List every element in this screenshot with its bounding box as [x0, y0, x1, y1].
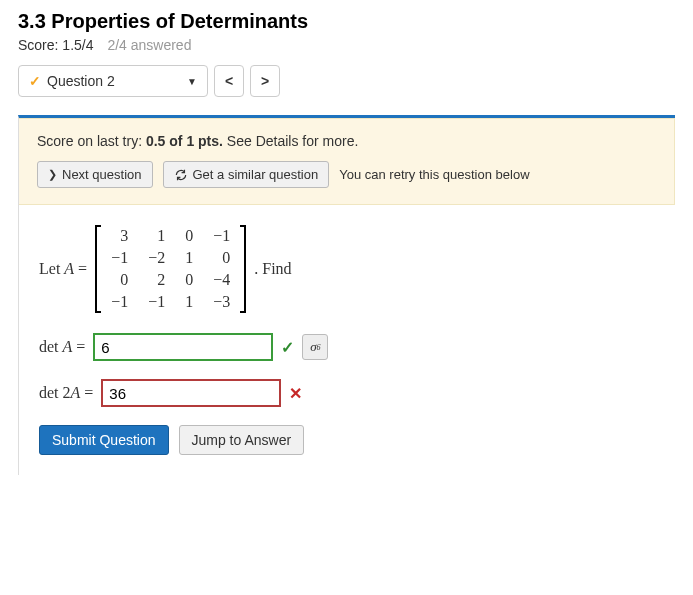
score-value: Score: 1.5/4 [18, 37, 94, 53]
submit-button[interactable]: Submit Question [39, 425, 169, 455]
question-selector-label: Question 2 [47, 73, 115, 89]
next-question-button[interactable]: > [250, 65, 280, 97]
cross-icon: ✕ [289, 384, 302, 403]
feedback-prefix: Score on last try: [37, 133, 146, 149]
prev-question-button[interactable]: < [214, 65, 244, 97]
jump-to-answer-button[interactable]: Jump to Answer [179, 425, 305, 455]
find-label: . Find [254, 260, 291, 278]
retry-text: You can retry this question below [339, 167, 529, 182]
partial-check-icon: ✓ [29, 73, 41, 89]
score-line: Score: 1.5/4 2/4 answered [18, 37, 675, 53]
feedback-box: Score on last try: 0.5 of 1 pts. See Det… [19, 118, 675, 205]
detA-label: det A = [39, 338, 85, 356]
matrix-A: 310−1 −1−210 020−4 −1−11−3 [95, 225, 246, 313]
check-icon: ✓ [281, 338, 294, 357]
next-question-label: Next question [62, 167, 142, 182]
similar-question-button[interactable]: Get a similar question [163, 161, 330, 188]
answered-count: 2/4 answered [107, 37, 191, 53]
caret-down-icon: ▼ [187, 76, 197, 87]
question-body: Let A = 310−1 −1−210 020−4 −1−11−3 . Fin… [19, 225, 675, 407]
keypad-button[interactable]: σ6 [302, 334, 328, 360]
question-panel: Score on last try: 0.5 of 1 pts. See Det… [18, 115, 675, 475]
question-selector[interactable]: ✓ Question 2 ▼ [18, 65, 208, 97]
det2A-label: det 2A = [39, 384, 93, 402]
feedback-bold: 0.5 of 1 pts. [146, 133, 223, 149]
refresh-icon [174, 168, 188, 182]
page-title: 3.3 Properties of Determinants [18, 10, 675, 33]
feedback-suffix: See Details for more. [223, 133, 358, 149]
det2A-input[interactable] [101, 379, 281, 407]
chevron-right-icon: ❯ [48, 168, 57, 181]
next-question-link[interactable]: ❯ Next question [37, 161, 153, 188]
similar-question-label: Get a similar question [193, 167, 319, 182]
let-label: Let A = [39, 260, 87, 278]
detA-input[interactable] [93, 333, 273, 361]
last-try-score: Score on last try: 0.5 of 1 pts. See Det… [37, 133, 656, 149]
